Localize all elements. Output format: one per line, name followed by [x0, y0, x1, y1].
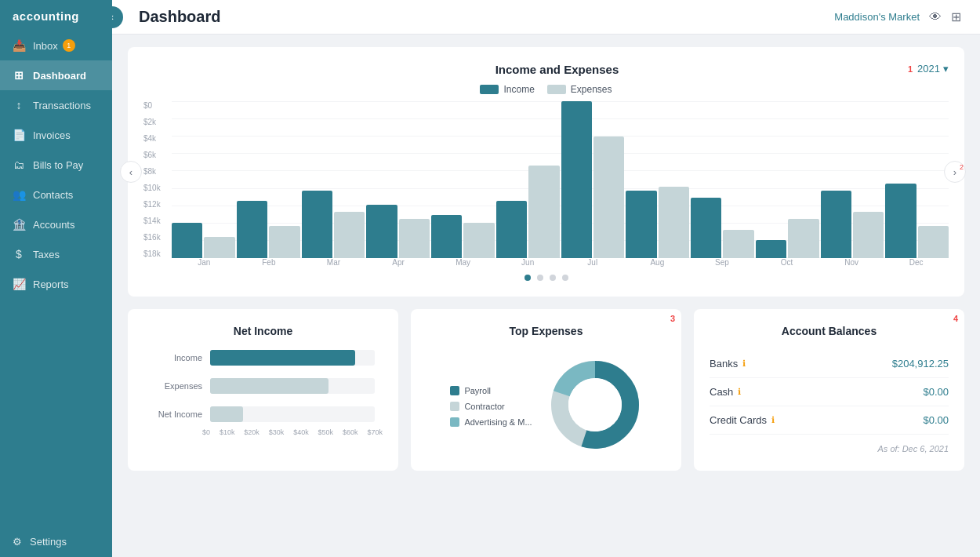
x-label: Oct — [754, 258, 819, 267]
chart-dot[interactable] — [537, 275, 543, 281]
donut-legend-color — [450, 386, 459, 395]
bar-income[interactable] — [237, 201, 267, 258]
bar-expense[interactable] — [269, 226, 299, 258]
sidebar-item-inbox[interactable]: 📥 Inbox1 — [0, 31, 112, 60]
x-label-spacer — [143, 258, 172, 267]
donut-legend-item: Contractor — [450, 402, 532, 411]
year-selector[interactable]: 1 2021 ▾ — [908, 63, 949, 75]
donut-legend-color — [450, 417, 459, 427]
header-left: Dashboard — [131, 8, 220, 26]
top-expenses-num: 3 — [670, 314, 675, 323]
sidebar-item-label: Accounts — [33, 219, 74, 231]
h-bar-fill — [210, 406, 243, 422]
bar-expense[interactable] — [528, 166, 559, 258]
month-group — [431, 215, 495, 258]
legend-expenses-label: Expenses — [571, 84, 612, 95]
bar-income[interactable] — [431, 215, 462, 258]
h-bar-track — [210, 350, 375, 366]
x-labels-wrapper: JanFebMarAprMayJunJulAugSepOctNovDec — [143, 258, 949, 267]
net-income-title: Net Income — [143, 325, 383, 337]
net-income-x-labels: $0$10k$20k$30k$40k$50k$60k$70k — [143, 428, 383, 436]
sidebar-item-transactions[interactable]: ↕ Transactions — [0, 90, 112, 120]
bar-income[interactable] — [302, 191, 332, 258]
balance-info-icon[interactable]: ℹ — [742, 359, 746, 369]
svg-point-3 — [568, 378, 622, 431]
sidebar-item-taxes[interactable]: $ Taxes — [0, 239, 112, 269]
bar-expense[interactable] — [463, 223, 494, 258]
sidebar-item-dashboard[interactable]: ⊞ Dashboard — [0, 60, 112, 90]
chart-nav-left[interactable]: ‹ — [120, 161, 142, 183]
bar-expense[interactable] — [659, 187, 689, 258]
contacts-icon: 👥 — [13, 188, 25, 201]
sidebar-item-accounts[interactable]: 🏦 Accounts — [0, 209, 112, 239]
bar-income[interactable] — [626, 191, 656, 258]
y-label: $16k — [143, 233, 165, 242]
donut-legend-label: Payroll — [464, 386, 491, 395]
net-income-bars: Income Expenses Net Income — [143, 350, 383, 422]
month-group — [496, 166, 560, 258]
chart-dot[interactable] — [524, 275, 531, 281]
grid-icon[interactable]: ⊞ — [951, 9, 961, 24]
bar-expense[interactable] — [788, 219, 818, 258]
bar-income[interactable] — [366, 205, 397, 258]
bills-icon: 🗂 — [13, 158, 25, 171]
net-income-card: Net Income Income Expenses Net Income $0… — [128, 309, 398, 471]
month-group — [237, 201, 300, 258]
transactions-icon: ↕ — [13, 99, 25, 111]
net-income-bar-row: Income — [151, 350, 375, 366]
x-label: Jan — [172, 258, 237, 267]
donut-svg — [548, 358, 642, 452]
sidebar-item-contacts[interactable]: 👥 Contacts — [0, 180, 112, 209]
inbox-badge: 1 — [63, 39, 75, 52]
year-num: 1 — [908, 64, 913, 74]
bar-expense[interactable] — [853, 212, 884, 258]
chart-dot[interactable] — [562, 275, 568, 281]
y-label: $6k — [143, 151, 165, 159]
ni-x-label: $40k — [293, 428, 309, 436]
sidebar-item-invoices[interactable]: 📄 Invoices — [0, 120, 112, 150]
x-label: Mar — [301, 258, 366, 267]
bar-expense[interactable] — [723, 230, 753, 258]
month-group — [561, 101, 625, 258]
h-bar-fill — [210, 350, 355, 366]
h-bar-label: Expenses — [151, 381, 202, 391]
bar-expense[interactable] — [399, 219, 430, 258]
balance-label: Credit Cards ℹ — [710, 414, 775, 426]
sidebar-item-settings[interactable]: ⚙ Settings — [0, 526, 112, 557]
month-group — [691, 198, 754, 258]
chart-nav-right[interactable]: 2› — [944, 161, 966, 183]
bar-income[interactable] — [756, 240, 786, 258]
sidebar-collapse-button[interactable]: ‹ — [112, 6, 123, 28]
bar-expense[interactable] — [918, 226, 949, 258]
sidebar-item-label: Dashboard — [33, 70, 86, 82]
dashboard-icon: ⊞ — [13, 69, 25, 82]
h-bar-track — [210, 378, 375, 394]
bar-income[interactable] — [691, 198, 721, 258]
balance-info-icon[interactable]: ℹ — [738, 387, 741, 397]
bar-income[interactable] — [821, 191, 851, 258]
accounts-icon: 🏦 — [13, 218, 25, 231]
y-label: $12k — [143, 200, 165, 209]
x-label: Jun — [495, 258, 561, 267]
balance-info-icon[interactable]: ℹ — [771, 415, 775, 425]
y-label: $0 — [143, 101, 165, 110]
donut-legend-color — [450, 402, 459, 411]
eye-icon[interactable]: 👁 — [929, 10, 942, 24]
bar-income[interactable] — [172, 223, 202, 258]
balance-amount: $204,912.25 — [892, 358, 949, 370]
x-labels-area: JanFebMarAprMayJunJulAugSepOctNovDec — [172, 258, 949, 267]
bar-income[interactable] — [496, 201, 527, 258]
chart-dot[interactable] — [550, 275, 556, 281]
bar-expense[interactable] — [593, 137, 624, 258]
sidebar-item-bills[interactable]: 🗂 Bills to Pay — [0, 150, 112, 180]
legend-income-label: Income — [503, 84, 534, 95]
sidebar-item-reports[interactable]: 📈 Reports — [0, 269, 112, 299]
bar-income[interactable] — [561, 101, 592, 258]
month-group — [626, 187, 689, 258]
income-expenses-card: ‹ 2› Income and Expenses 1 2021 ▾ Income — [128, 47, 964, 297]
bar-expense[interactable] — [334, 212, 365, 258]
bar-income[interactable] — [885, 184, 916, 258]
chart-header: Income and Expenses 1 2021 ▾ — [143, 63, 949, 76]
account-balances-num: 4 — [953, 314, 958, 323]
bar-expense[interactable] — [204, 237, 234, 258]
